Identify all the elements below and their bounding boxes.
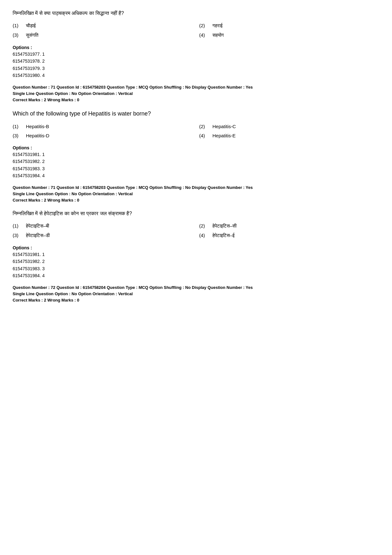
option-num: (1) xyxy=(13,223,20,228)
option-label: हेपेटाइटिस–ई xyxy=(212,233,235,238)
option-code-1-q70: 61547531977. 1 xyxy=(13,51,379,58)
option-label: हेपेटाइटिस–सी xyxy=(212,223,236,229)
question-text-q70: निम्नलिखित में से क्या पाठ्चक्रम अधिकल्प… xyxy=(13,9,379,17)
option-num: (1) xyxy=(13,23,20,28)
option-2-q71hi: (2) हेपेटाइटिस–सी xyxy=(199,223,379,229)
option-code-1-q71hi: 61547531981. 1 xyxy=(13,251,379,258)
option-num: (4) xyxy=(199,233,207,238)
options-grid-q71hi: (1) हेपेटाइटिस–बी (2) हेपेटाइटिस–सी (3) … xyxy=(13,223,379,238)
option-1-q70: (1) चौड़ाई xyxy=(13,23,193,28)
option-num: (4) xyxy=(199,133,207,138)
option-label: चौड़ाई xyxy=(26,23,36,28)
option-num: (3) xyxy=(13,32,20,38)
option-1-q71en: (1) Hepatitis-B xyxy=(13,124,193,129)
meta-line1-q70: Question Number : 71 Question Id : 61547… xyxy=(13,84,379,90)
option-label: सुसंगति xyxy=(26,32,38,38)
option-2-q70: (2) गहराई xyxy=(199,23,379,28)
options-section-q70: Options : 61547531977. 1 61547531978. 2 … xyxy=(13,45,379,79)
options-section-q71en: Options : 61547531981. 1 61547531982. 2 … xyxy=(13,145,379,179)
meta-line2-q70: Single Line Question Option : No Option … xyxy=(13,90,379,97)
option-num: (2) xyxy=(199,124,207,129)
meta-block-q71hi: Question Number : 72 Question Id : 61547… xyxy=(13,284,379,303)
options-title-q70: Options : xyxy=(13,45,379,50)
option-label: हेपेटाइटिस–डी xyxy=(26,233,50,238)
option-3-q71en: (3) Hepatitis-D xyxy=(13,133,193,138)
option-label: Hepatitis-D xyxy=(26,133,49,138)
option-1-q71hi: (1) हेपेटाइटिस–बी xyxy=(13,223,193,229)
option-2-q71en: (2) Hepatitis-C xyxy=(199,124,379,129)
question-text-q71hi: निम्नलिखित में से हेपेटाइटिस का कोन सा प… xyxy=(13,210,379,217)
option-code-1-q71en: 61547531981. 1 xyxy=(13,151,379,158)
meta-line1-q71en: Question Number : 71 Question Id : 61547… xyxy=(13,184,379,191)
meta-line2-q71en: Single Line Question Option : No Option … xyxy=(13,191,379,197)
correct-marks-q71hi: Correct Marks : 2 Wrong Marks : 0 xyxy=(13,297,379,303)
option-code-3-q71en: 61547531983. 3 xyxy=(13,165,379,172)
option-code-2-q71hi: 61547531982. 2 xyxy=(13,258,379,265)
options-grid-q71en: (1) Hepatitis-B (2) Hepatitis-C (3) Hepa… xyxy=(13,124,379,138)
option-label: सहयोग xyxy=(212,32,224,38)
option-label: हेपेटाइटिस–बी xyxy=(26,223,49,229)
correct-marks-q70: Correct Marks : 2 Wrong Marks : 0 xyxy=(13,97,379,103)
option-num: (4) xyxy=(199,32,207,38)
option-4-q71hi: (4) हेपेटाइटिस–ई xyxy=(199,233,379,238)
options-title-q71hi: Options : xyxy=(13,245,379,250)
option-4-q70: (4) सहयोग xyxy=(199,32,379,38)
option-num: (2) xyxy=(199,23,207,28)
question-block-q71hi: निम्नलिखित में से हेपेटाइटिस का कोन सा प… xyxy=(13,210,379,303)
question-text-q71en: Which of the following type of Hepatitis… xyxy=(13,109,379,118)
option-num: (1) xyxy=(13,124,20,129)
option-3-q70: (3) सुसंगति xyxy=(13,32,193,38)
option-code-2-q70: 61547531978. 2 xyxy=(13,58,379,65)
options-section-q71hi: Options : 61547531981. 1 61547531982. 2 … xyxy=(13,245,379,279)
option-num: (3) xyxy=(13,233,20,238)
meta-line2-q71hi: Single Line Question Option : No Option … xyxy=(13,291,379,297)
option-label: Hepatitis-E xyxy=(212,133,236,138)
options-grid-q70: (1) चौड़ाई (2) गहराई (3) सुसंगति (4) सहय… xyxy=(13,23,379,38)
option-3-q71hi: (3) हेपेटाइटिस–डी xyxy=(13,233,193,238)
meta-line1-q71hi: Question Number : 72 Question Id : 61547… xyxy=(13,284,379,291)
option-code-4-q71hi: 61547531984. 4 xyxy=(13,272,379,279)
option-code-2-q71en: 61547531982. 2 xyxy=(13,158,379,165)
option-label: गहराई xyxy=(212,23,223,28)
option-code-3-q70: 61547531979. 3 xyxy=(13,65,379,72)
meta-block-q71en: Question Number : 71 Question Id : 61547… xyxy=(13,184,379,203)
option-4-q71en: (4) Hepatitis-E xyxy=(199,133,379,138)
option-num: (2) xyxy=(199,223,207,228)
options-title-q71en: Options : xyxy=(13,145,379,150)
option-code-4-q70: 61547531980. 4 xyxy=(13,72,379,79)
question-block-q70: निम्नलिखित में से क्या पाठ्चक्रम अधिकल्प… xyxy=(13,9,379,103)
option-code-4-q71en: 61547531984. 4 xyxy=(13,172,379,179)
option-label: Hepatitis-C xyxy=(212,124,236,129)
correct-marks-q71en: Correct Marks : 2 Wrong Marks : 0 xyxy=(13,197,379,203)
question-block-q71en: Which of the following type of Hepatitis… xyxy=(13,109,379,203)
meta-block-q70: Question Number : 71 Question Id : 61547… xyxy=(13,84,379,103)
option-label: Hepatitis-B xyxy=(26,124,49,129)
option-num: (3) xyxy=(13,133,20,138)
option-code-3-q71hi: 61547531983. 3 xyxy=(13,265,379,272)
